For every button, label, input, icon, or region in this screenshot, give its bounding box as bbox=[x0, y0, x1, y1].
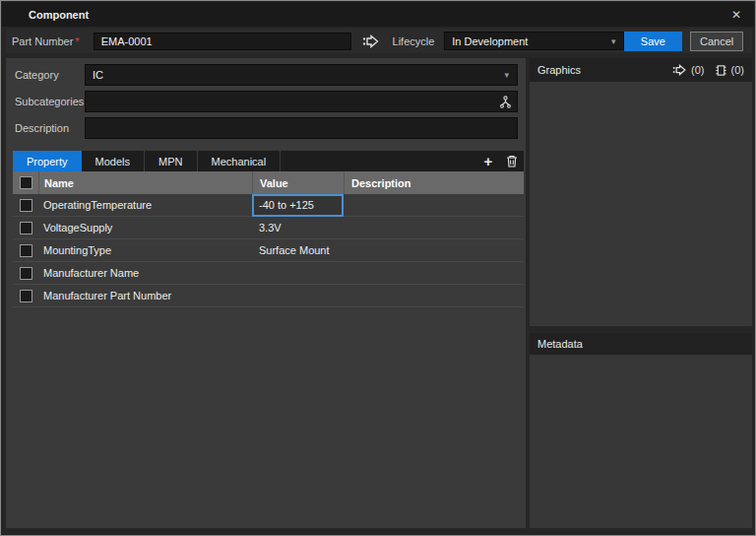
trash-icon bbox=[506, 155, 518, 168]
property-value[interactable] bbox=[252, 285, 344, 306]
right-panel: Graphics (0) bbox=[530, 58, 752, 528]
header-row: Part Number * Lifecycle In Development ▾… bbox=[6, 29, 752, 53]
symbol-icon[interactable] bbox=[360, 32, 382, 51]
chevron-down-icon: ▾ bbox=[504, 70, 509, 80]
property-name: MountingType bbox=[38, 239, 252, 261]
footprint-count: (0) bbox=[731, 64, 744, 76]
metadata-section: Metadata bbox=[530, 333, 752, 528]
description-row: Description bbox=[6, 117, 526, 139]
category-value: IC bbox=[93, 69, 103, 81]
row-checkbox[interactable] bbox=[20, 290, 32, 302]
subcategories-input[interactable] bbox=[85, 91, 518, 112]
cancel-button[interactable]: Cancel bbox=[690, 32, 743, 51]
symbol-count: (0) bbox=[691, 64, 704, 76]
table-row[interactable]: Manufacturer Part Number bbox=[13, 285, 524, 307]
table-row[interactable]: Manufacturer Name bbox=[13, 262, 524, 285]
close-icon[interactable]: ✕ bbox=[727, 6, 745, 24]
schematic-symbol-icon[interactable] bbox=[672, 64, 687, 76]
tab-property[interactable]: Property bbox=[13, 151, 82, 171]
property-name: Manufacturer Name bbox=[38, 262, 252, 284]
row-checkbox[interactable] bbox=[20, 199, 32, 212]
property-value-editing[interactable]: -40 to +125 bbox=[252, 194, 344, 217]
subcategories-row: Subcategories bbox=[6, 91, 526, 112]
part-number-label: Part Number bbox=[12, 35, 73, 47]
category-dropdown[interactable]: IC ▾ bbox=[85, 64, 518, 86]
left-panel: Category IC ▾ Subcategories Description bbox=[6, 58, 526, 528]
hierarchy-icon[interactable] bbox=[499, 96, 512, 108]
tab-mechanical[interactable]: Mechanical bbox=[198, 151, 282, 171]
metadata-body bbox=[530, 355, 752, 528]
tab-mpn[interactable]: MPN bbox=[145, 151, 197, 171]
property-description bbox=[344, 217, 524, 238]
description-label: Description bbox=[6, 122, 85, 134]
property-name: OperatingTemperature bbox=[38, 194, 252, 216]
category-label: Category bbox=[6, 69, 85, 81]
graphics-body bbox=[530, 82, 752, 326]
graphics-section: Graphics (0) bbox=[530, 58, 752, 326]
graphics-title: Graphics bbox=[537, 64, 672, 76]
delete-property-button[interactable] bbox=[500, 151, 524, 171]
property-description bbox=[344, 285, 524, 306]
tab-strip: Property Models MPN Mechanical + bbox=[13, 151, 524, 171]
table-row[interactable]: VoltageSupply 3.3V bbox=[13, 217, 524, 239]
title-bar: Component ✕ bbox=[2, 2, 754, 27]
property-value[interactable] bbox=[252, 262, 344, 284]
table-row[interactable]: OperatingTemperature -40 to +125 bbox=[13, 194, 524, 217]
property-value[interactable]: Surface Mount bbox=[252, 239, 344, 261]
lifecycle-dropdown[interactable]: In Development ▾ bbox=[444, 32, 623, 50]
lifecycle-label: Lifecycle bbox=[393, 35, 435, 47]
property-description bbox=[344, 194, 524, 216]
column-header-name[interactable]: Name bbox=[38, 171, 252, 194]
dialog-title: Component bbox=[29, 9, 89, 21]
table-row[interactable]: MountingType Surface Mount bbox=[13, 239, 524, 262]
lifecycle-value: In Development bbox=[452, 35, 528, 47]
category-row: Category IC ▾ bbox=[6, 64, 526, 86]
property-name: Manufacturer Part Number bbox=[38, 285, 252, 306]
description-input[interactable] bbox=[85, 117, 518, 139]
metadata-header: Metadata bbox=[530, 333, 752, 355]
required-marker: * bbox=[75, 35, 79, 47]
footprint-chip-icon[interactable] bbox=[715, 64, 727, 77]
select-all-checkbox[interactable] bbox=[20, 176, 32, 189]
property-description bbox=[344, 262, 524, 284]
column-header-description[interactable]: Description bbox=[344, 171, 524, 194]
add-property-button[interactable]: + bbox=[476, 151, 500, 171]
component-dialog: Component ✕ Part Number * Lifecycle In D… bbox=[0, 0, 756, 536]
part-number-input[interactable] bbox=[94, 33, 351, 50]
property-name: VoltageSupply bbox=[38, 217, 252, 238]
row-checkbox[interactable] bbox=[20, 222, 32, 234]
property-description bbox=[344, 239, 524, 261]
metadata-title: Metadata bbox=[537, 338, 744, 350]
chevron-down-icon: ▾ bbox=[611, 36, 616, 46]
row-checkbox[interactable] bbox=[20, 244, 32, 257]
plus-icon: + bbox=[484, 154, 493, 168]
row-checkbox[interactable] bbox=[20, 267, 32, 280]
subcategories-label: Subcategories bbox=[6, 96, 85, 107]
table-header: Name Value Description bbox=[13, 171, 524, 194]
property-table: OperatingTemperature -40 to +125 Voltage… bbox=[13, 194, 524, 307]
property-value[interactable]: 3.3V bbox=[252, 217, 344, 238]
tab-models[interactable]: Models bbox=[82, 151, 145, 171]
graphics-header: Graphics (0) bbox=[530, 58, 752, 82]
save-button[interactable]: Save bbox=[624, 32, 683, 51]
column-header-value[interactable]: Value bbox=[252, 171, 344, 194]
